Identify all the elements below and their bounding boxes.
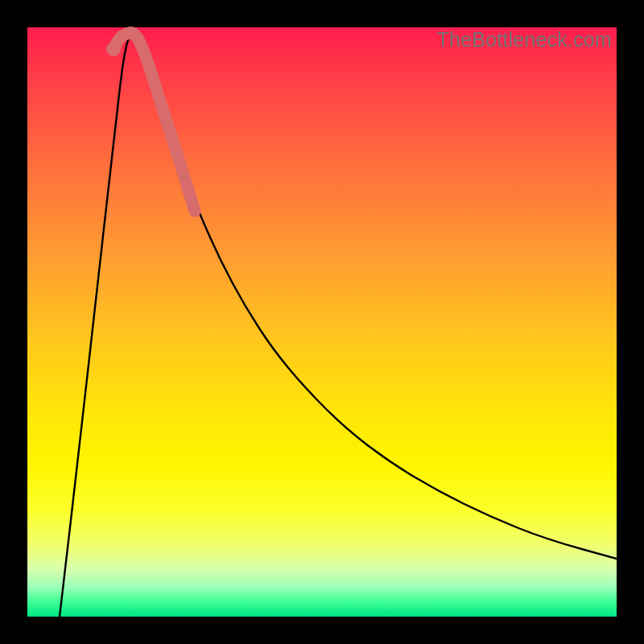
pink-nadir-dot — [106, 42, 121, 56]
curve-svg — [27, 27, 617, 617]
pink-overlay-path — [114, 32, 195, 211]
plot-area: TheBottleneck.com — [27, 27, 617, 617]
chart-frame: TheBottleneck.com — [0, 0, 644, 644]
bottleneck-curve-path — [60, 34, 617, 617]
watermark-text: TheBottleneck.com — [437, 28, 612, 52]
